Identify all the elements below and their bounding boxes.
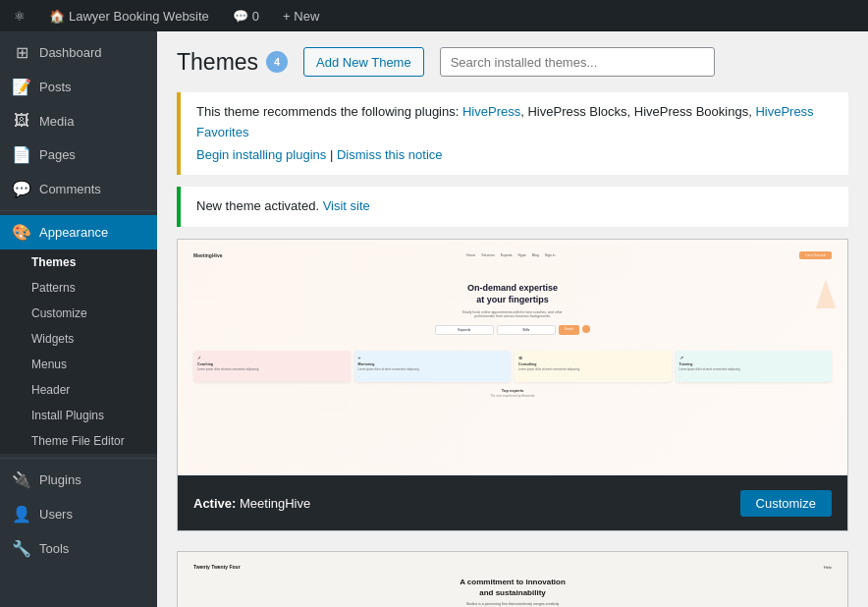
ttf-preview: Twenty Twenty Four Helo A commitment to … [178, 552, 847, 607]
media-icon: 🖼 [12, 112, 31, 130]
ttf-nav: Twenty Twenty Four Helo [193, 564, 832, 570]
plugins-icon: 🔌 [12, 470, 31, 489]
mh-decorative-shape [816, 279, 836, 309]
activation-text: New theme activated. [196, 198, 323, 213]
theme-card-meetinghive: MeetingHive Home Services Experts Hype B… [177, 239, 848, 531]
content-area: Themes 4 Add New Theme This theme recomm… [157, 31, 868, 607]
sidebar-item-media[interactable]: 🖼 Media [0, 104, 157, 138]
theme-card-twentytwentyfour[interactable]: Twenty Twenty Four Helo A commitment to … [177, 551, 848, 607]
svg-marker-0 [816, 279, 836, 308]
search-themes-input[interactable] [440, 47, 715, 77]
meetinghive-footer: Active: MeetingHive Customize [178, 475, 847, 530]
hivpress-blocks-text: HivePress Blocks, HivePress Bookings, [527, 104, 755, 119]
users-icon: 👤 [12, 505, 31, 524]
sidebar-subitem-menus[interactable]: Menus [0, 352, 157, 377]
sidebar-subitem-theme-file-editor[interactable]: Theme File Editor [0, 428, 157, 454]
mh-card-consulting: ⊕ Consulting Lorem ipsum dolor sit amet … [515, 351, 672, 382]
mh-card-mentoring: + Mentoring Lorem ipsum dolor sit amet c… [354, 351, 512, 382]
appearance-icon: 🎨 [12, 223, 31, 242]
sidebar-item-pages[interactable]: 📄 Pages [0, 138, 157, 172]
mh-hero: On-demand expertiseat your fingertips Ea… [186, 271, 840, 351]
meetinghive-screenshot: MeetingHive Home Services Experts Hype B… [178, 240, 847, 475]
ttf-top: Twenty Twenty Four Helo A commitment to … [178, 552, 847, 607]
sidebar-subitem-themes[interactable]: Themes [0, 249, 157, 275]
mh-cards: ✓ Coaching Lorem ipsum dolor sit amet co… [186, 351, 840, 382]
hivepress-link[interactable]: HivePress [462, 104, 520, 119]
home-icon: 🏠 [49, 9, 65, 24]
sidebar-item-plugins[interactable]: 🔌 Plugins [0, 463, 157, 497]
plugins-notice: This theme recommends the following plug… [177, 92, 848, 175]
notice-sep: | [330, 147, 337, 162]
visit-site-link[interactable]: Visit site [323, 198, 370, 213]
page-header: Themes 4 Add New Theme [177, 47, 848, 77]
sidebar-item-users[interactable]: 👤 Users [0, 497, 157, 531]
mh-nav-links: Home Services Experts Hype Blog Sign in [466, 253, 556, 257]
sidebar-subitem-header[interactable]: Header [0, 377, 157, 403]
mh-logo: MeetingHive [193, 252, 222, 258]
sidebar-divider-1 [0, 210, 157, 211]
mh-card-tutoring: ↗ Tutoring Lorem ipsum dolor sit amet co… [676, 351, 833, 382]
comments-icon: 💬 [233, 9, 248, 24]
customize-button[interactable]: Customize [740, 490, 832, 517]
mh-footer-text: Top experts [186, 388, 840, 393]
sidebar-item-comments[interactable]: 💬 Comments [0, 172, 157, 206]
sidebar-main-menu: ⊞ Dashboard 📝 Posts 🖼 Media 📄 Pages 💬 Co… [0, 31, 157, 570]
comments-link[interactable]: 💬 0 [227, 0, 265, 31]
notice-text: This theme recommends the following plug… [196, 104, 462, 119]
new-content-link[interactable]: + New [277, 0, 325, 31]
page-title-wrap: Themes 4 [177, 49, 288, 76]
site-name-link[interactable]: 🏠 Lawyer Booking Website [43, 0, 215, 31]
sidebar-subitem-widgets[interactable]: Widgets [0, 326, 157, 352]
wp-logo[interactable]: ⚛ [8, 0, 31, 31]
twentytwentyfour-screenshot: Twenty Twenty Four Helo A commitment to … [178, 552, 847, 607]
themes-count-badge: 4 [266, 51, 288, 73]
activation-notice: New theme activated. Visit site [177, 187, 848, 227]
ttf-hero-sub: Studios is a pioneering firm that seamle… [193, 602, 832, 607]
sidebar-divider-2 [0, 458, 157, 459]
sidebar-subitem-install-plugins[interactable]: Install Plugins [0, 403, 157, 428]
page-title: Themes [177, 49, 258, 76]
sidebar-item-tools[interactable]: 🔧 Tools [0, 531, 157, 566]
content-inner: Themes 4 Add New Theme This theme recomm… [157, 31, 868, 607]
pages-icon: 📄 [12, 145, 31, 164]
ttf-nav-title: Twenty Twenty Four [193, 564, 241, 570]
active-label: Active: MeetingHive [193, 496, 310, 511]
comments-sidebar-icon: 💬 [12, 180, 31, 198]
ttf-hero-title: A commitment to innovationand sustainabi… [193, 578, 832, 598]
themes-grid: MeetingHive Home Services Experts Hype B… [177, 239, 848, 607]
wp-icon: ⚛ [14, 9, 26, 24]
appearance-submenu: Themes Patterns Customize Widgets Menus … [0, 249, 157, 454]
notice-actions: Begin installing plugins | Dismiss this … [196, 145, 833, 166]
mh-card-coaching: ✓ Coaching Lorem ipsum dolor sit amet co… [193, 351, 351, 382]
mh-search-bar: Keywords Skills Search [205, 325, 820, 335]
sidebar-item-dashboard[interactable]: ⊞ Dashboard [0, 35, 157, 70]
sidebar-item-appearance[interactable]: 🎨 Appearance [0, 215, 157, 249]
meetinghive-preview: MeetingHive Home Services Experts Hype B… [178, 240, 847, 475]
admin-bar: ⚛ 🏠 Lawyer Booking Website 💬 0 + New [0, 0, 868, 31]
mh-footer-sub: The most experienced professionals [186, 394, 840, 398]
sidebar-subitem-patterns[interactable]: Patterns [0, 275, 157, 301]
sidebar-subitem-customize[interactable]: Customize [0, 301, 157, 326]
tools-icon: 🔧 [12, 539, 31, 558]
mh-nav: MeetingHive Home Services Experts Hype B… [186, 248, 840, 263]
dismiss-notice-link[interactable]: Dismiss this notice [337, 147, 443, 162]
main-layout: ⊞ Dashboard 📝 Posts 🖼 Media 📄 Pages 💬 Co… [0, 31, 868, 607]
mh-hero-title: On-demand expertiseat your fingertips [205, 283, 820, 305]
add-new-theme-button[interactable]: Add New Theme [303, 47, 424, 77]
posts-icon: 📝 [12, 78, 31, 96]
begin-installing-link[interactable]: Begin installing plugins [196, 147, 326, 162]
sidebar: ⊞ Dashboard 📝 Posts 🖼 Media 📄 Pages 💬 Co… [0, 31, 157, 607]
dashboard-icon: ⊞ [12, 43, 31, 62]
sidebar-item-posts[interactable]: 📝 Posts [0, 70, 157, 104]
mh-hero-sub: Easily book online appointments with the… [205, 310, 820, 320]
